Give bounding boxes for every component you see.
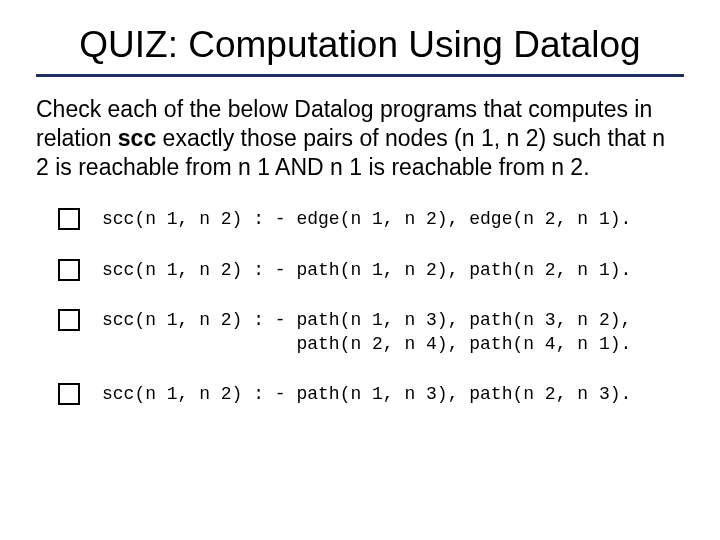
option-4: scc(n 1, n 2) : - path(n 1, n 3), path(n… bbox=[58, 382, 684, 406]
slide: QUIZ: Computation Using Datalog Check ea… bbox=[0, 0, 720, 540]
option-3-code: scc(n 1, n 2) : - path(n 1, n 3), path(n… bbox=[102, 308, 631, 357]
option-4-code: scc(n 1, n 2) : - path(n 1, n 3), path(n… bbox=[102, 382, 631, 406]
option-2-code: scc(n 1, n 2) : - path(n 1, n 2), path(n… bbox=[102, 258, 631, 282]
option-3: scc(n 1, n 2) : - path(n 1, n 3), path(n… bbox=[58, 308, 684, 357]
option-1: scc(n 1, n 2) : - edge(n 1, n 2), edge(n… bbox=[58, 207, 684, 231]
option-2: scc(n 1, n 2) : - path(n 1, n 2), path(n… bbox=[58, 258, 684, 282]
title-divider bbox=[36, 74, 684, 77]
page-title: QUIZ: Computation Using Datalog bbox=[36, 24, 684, 66]
checkbox-1[interactable] bbox=[58, 208, 80, 230]
question-prompt: Check each of the below Datalog programs… bbox=[36, 95, 684, 181]
option-1-code: scc(n 1, n 2) : - edge(n 1, n 2), edge(n… bbox=[102, 207, 631, 231]
checkbox-3[interactable] bbox=[58, 309, 80, 331]
checkbox-2[interactable] bbox=[58, 259, 80, 281]
prompt-keyword: scc bbox=[118, 125, 156, 151]
checkbox-4[interactable] bbox=[58, 383, 80, 405]
options-list: scc(n 1, n 2) : - edge(n 1, n 2), edge(n… bbox=[36, 207, 684, 406]
